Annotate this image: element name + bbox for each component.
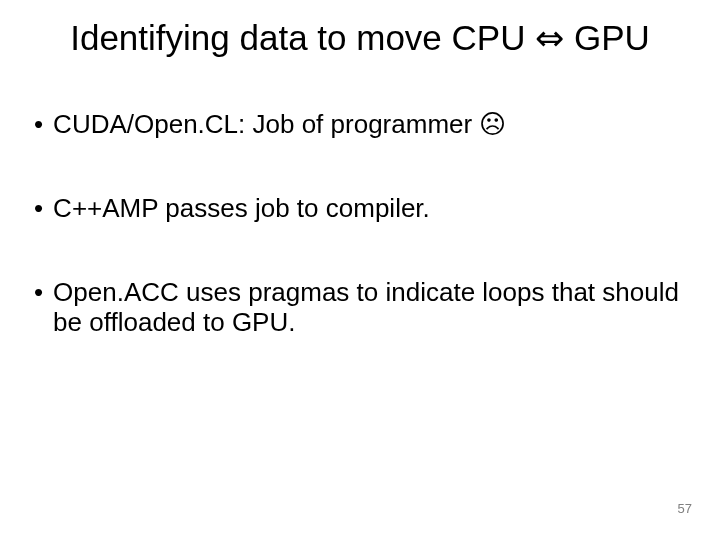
bullet-dot-icon: • [34, 194, 43, 224]
bullet-text: Open.ACC uses pragmas to indicate loops … [53, 278, 680, 338]
bullet-item: • CUDA/Open.CL: Job of programmer ☹ [34, 110, 680, 140]
bullet-text: CUDA/Open.CL: Job of programmer ☹ [53, 110, 506, 140]
bullet-item: • Open.ACC uses pragmas to indicate loop… [34, 278, 680, 338]
bullet-dot-icon: • [34, 110, 43, 140]
bullet-item: • C++AMP passes job to compiler. [34, 194, 680, 224]
slide: Identifying data to move CPU ⇔ GPU • CUD… [0, 0, 720, 540]
bullet-text: C++AMP passes job to compiler. [53, 194, 430, 224]
slide-body: • CUDA/Open.CL: Job of programmer ☹ • C+… [34, 110, 680, 392]
bullet-dot-icon: • [34, 278, 43, 308]
slide-title: Identifying data to move CPU ⇔ GPU [0, 18, 720, 58]
page-number: 57 [678, 501, 692, 516]
